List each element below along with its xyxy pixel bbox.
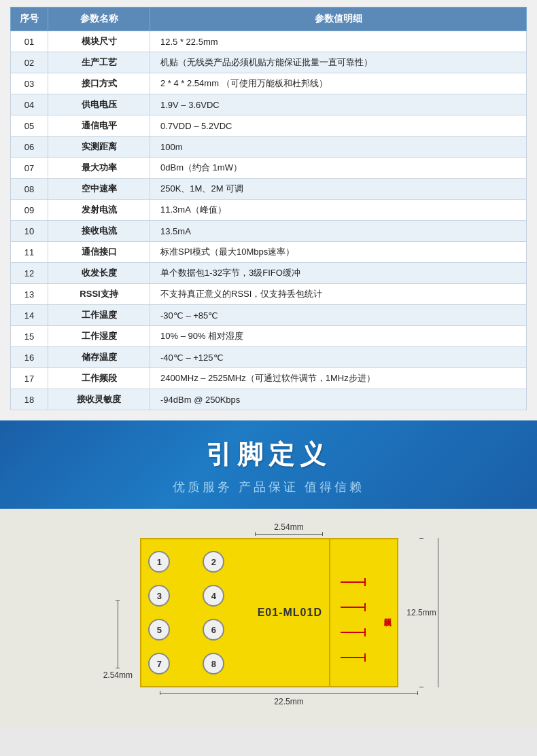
banner-title: 引脚定义 (14, 437, 523, 472)
table-row: 05通信电平0.7VDD – 5.2VDC (11, 115, 527, 137)
table-row: 03接口方式2 * 4 * 2.54mm （可使用万能板和杜邦线） (11, 73, 527, 94)
row-param-name: 通信电平 (48, 115, 150, 137)
table-row: 08空中速率250K、1M、2M 可调 (11, 179, 527, 200)
pin-2: 2 (203, 551, 224, 573)
row-param-name: 生产工艺 (48, 52, 150, 73)
row-param-value: 0dBm（约合 1mW） (150, 158, 527, 179)
left-dim-label: 2.54mm (103, 670, 133, 680)
row-param-name: 空中速率 (48, 179, 150, 200)
row-param-value: 标准SPI模式（最大10Mbps速率） (150, 242, 527, 263)
pin-4: 4 (203, 585, 224, 607)
banner-subtitle: 优质服务 产品保证 值得信赖 (14, 479, 523, 495)
row-param-value: 250K、1M、2M 可调 (150, 179, 527, 200)
row-param-name: 通信接口 (48, 242, 150, 263)
row-param-value: 11.3mA（峰值） (150, 200, 527, 221)
row-param-name: 收发长度 (48, 263, 150, 284)
row-param-value: 10% – 90% 相对湿度 (150, 326, 527, 347)
row-param-name: 接收灵敏度 (48, 389, 150, 410)
row-id: 02 (11, 52, 48, 73)
table-row: 13RSSI支持不支持真正意义的RSSI，仅支持丢包统计 (11, 284, 527, 305)
col-header-name: 参数名称 (48, 7, 150, 31)
row-id: 10 (11, 221, 48, 242)
module-label: E01-ML01D (250, 539, 329, 686)
row-param-name: 工作频段 (48, 368, 150, 389)
table-row: 07最大功率0dBm（约合 1mW） (11, 158, 527, 179)
row-id: 11 (11, 242, 48, 263)
table-row: 11通信接口标准SPI模式（最大10Mbps速率） (11, 242, 527, 263)
row-param-value: -94dBm @ 250Kbps (150, 389, 527, 410)
row-id: 16 (11, 347, 48, 368)
row-param-name: 发射电流 (48, 200, 150, 221)
row-id: 08 (11, 179, 48, 200)
pin-1: 1 (148, 551, 170, 573)
banner-section: 引脚定义 优质服务 产品保证 值得信赖 (0, 420, 537, 509)
table-row: 04供电电压1.9V – 3.6VDC (11, 94, 527, 115)
right-dim-label: 12.5mm (406, 608, 436, 617)
row-param-value: -40℃ – +125℃ (150, 347, 527, 368)
bottom-dim-label: 22.5mm (274, 697, 303, 706)
table-row: 16储存温度-40℃ – +125℃ (11, 347, 527, 368)
row-param-name: 实测距离 (48, 137, 150, 158)
row-param-name: 供电电压 (48, 94, 150, 115)
table-row: 02生产工艺机贴（无线类产品必须机贴方能保证批量一直可靠性） (11, 52, 527, 73)
right-dimension: 12.5mm (406, 538, 436, 687)
row-id: 18 (11, 389, 48, 410)
row-id: 05 (11, 115, 48, 137)
pins-area: 1 2 3 4 5 6 7 8 (141, 539, 250, 686)
table-row: 14工作温度-30℃ – +85℃ (11, 305, 527, 326)
top-dim-label: 2.54mm (274, 522, 303, 532)
row-param-name: 模块尺寸 (48, 31, 150, 52)
pin-7: 7 (148, 653, 170, 674)
row-param-value: 2 * 4 * 2.54mm （可使用万能板和杜邦线） (150, 73, 527, 94)
diagram-section: 2.54mm 2.54mm 1 2 3 4 (0, 509, 537, 727)
pin-5: 5 (148, 619, 170, 641)
module-board: 1 2 3 4 5 6 7 8 E01-ML01D (140, 538, 398, 687)
table-row: 01模块尺寸12.5 * 22.5mm (11, 31, 527, 52)
row-param-value: 2400MHz – 2525MHz（可通过软件调节，1MHz步进） (150, 368, 527, 389)
row-param-name: 最大功率 (48, 158, 150, 179)
table-row: 06实测距离100m (11, 137, 527, 158)
row-param-value: -30℃ – +85℃ (150, 305, 527, 326)
row-param-name: RSSI支持 (48, 284, 150, 305)
col-header-id: 序号 (11, 7, 48, 31)
row-param-name: 工作湿度 (48, 326, 150, 347)
row-param-name: 接收电流 (48, 221, 150, 242)
row-id: 13 (11, 284, 48, 305)
pin-3: 3 (148, 585, 170, 607)
row-param-name: 储存温度 (48, 347, 150, 368)
row-id: 01 (11, 31, 48, 52)
params-table: 序号 参数名称 参数值明细 01模块尺寸12.5 * 22.5mm02生产工艺机… (10, 7, 527, 410)
row-id: 14 (11, 305, 48, 326)
table-row: 17工作频段2400MHz – 2525MHz（可通过软件调节，1MHz步进） (11, 368, 527, 389)
row-id: 04 (11, 94, 48, 115)
module-wrapper: 2.54mm 1 2 3 4 5 6 7 8 E01-ML01D (20, 538, 517, 687)
row-param-value: 12.5 * 22.5mm (150, 31, 527, 52)
row-id: 12 (11, 263, 48, 284)
pin-8: 8 (203, 653, 224, 674)
module-name: E01-ML01D (258, 607, 322, 619)
table-row: 18接收灵敏度-94dBm @ 250Kbps (11, 389, 527, 410)
row-id: 09 (11, 200, 48, 221)
table-section: 序号 参数名称 参数值明细 01模块尺寸12.5 * 22.5mm02生产工艺机… (0, 0, 537, 420)
row-param-name: 接口方式 (48, 73, 150, 94)
left-dimension: 2.54mm (101, 600, 135, 680)
top-dimension: 2.54mm (255, 522, 323, 536)
row-id: 15 (11, 326, 48, 347)
col-header-value: 参数值明细 (150, 7, 527, 31)
row-param-value: 1.9V – 3.6VDC (150, 94, 527, 115)
row-param-name: 工作温度 (48, 305, 150, 326)
row-param-value: 13.5mA (150, 221, 527, 242)
row-param-value: 0.7VDD – 5.2VDC (150, 115, 527, 137)
table-header-row: 序号 参数名称 参数值明细 (11, 7, 527, 31)
pin-6: 6 (203, 619, 224, 641)
row-param-value: 机贴（无线类产品必须机贴方能保证批量一直可靠性） (150, 52, 527, 73)
bottom-dimension: 22.5mm (61, 691, 517, 706)
row-id: 03 (11, 73, 48, 94)
row-id: 17 (11, 368, 48, 389)
antenna-area: 测距模块天线 (329, 539, 397, 686)
row-param-value: 100m (150, 137, 527, 158)
row-param-value: 不支持真正意义的RSSI，仅支持丢包统计 (150, 284, 527, 305)
table-row: 10接收电流13.5mA (11, 221, 527, 242)
table-row: 12收发长度单个数据包1-32字节，3级FIFO缓冲 (11, 263, 527, 284)
table-row: 09发射电流11.3mA（峰值） (11, 200, 527, 221)
